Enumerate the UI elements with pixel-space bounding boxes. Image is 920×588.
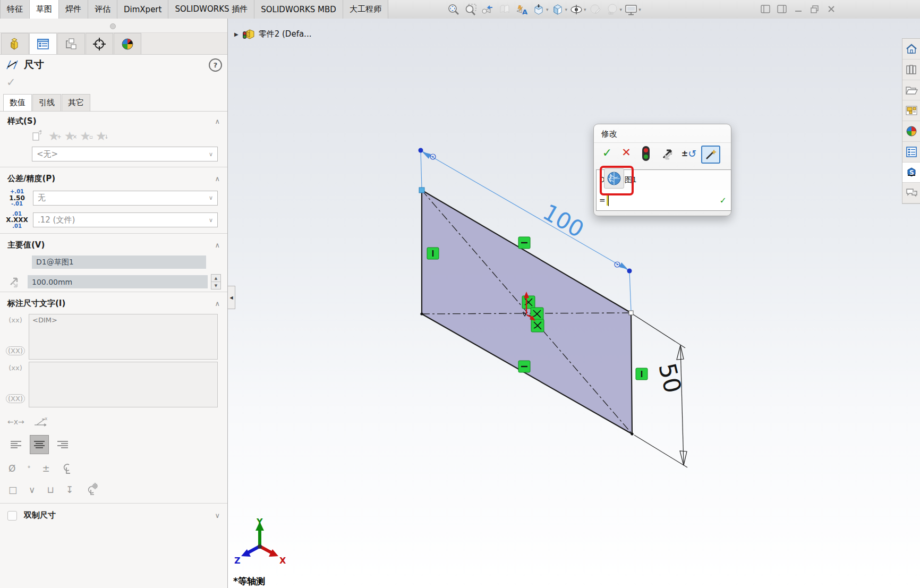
spin-increment-icon[interactable]: ± ↺ <box>681 146 697 161</box>
tab-value[interactable]: 数值 <box>3 94 32 111</box>
tab-dimxpert[interactable]: DimXpert <box>117 0 168 19</box>
tab-dimxpert-manager[interactable] <box>86 33 113 54</box>
default-style-icon[interactable] <box>31 130 44 142</box>
dimension-text-section-header[interactable]: 标注尺寸文字(I) ∧ <box>0 294 227 312</box>
parallel-constraint-badge[interactable] <box>518 237 530 249</box>
more-symbols-button[interactable] <box>85 483 98 497</box>
expand-chevron-icon[interactable]: ∨ <box>215 512 220 519</box>
close-button[interactable] <box>825 3 837 15</box>
display-style-caret[interactable]: ▾ <box>565 7 568 12</box>
restore-button[interactable] <box>809 3 821 15</box>
vertex-handle-selected[interactable] <box>419 188 424 193</box>
diameter-symbol-button[interactable]: Ø <box>8 463 15 474</box>
align-left-button[interactable] <box>6 435 25 454</box>
zoom-to-fit-icon[interactable] <box>447 3 461 16</box>
load-style-icon[interactable]: ★↓ <box>96 130 107 142</box>
apply-scene-caret[interactable]: ▾ <box>620 7 623 12</box>
view-settings-caret[interactable]: ▾ <box>638 7 641 12</box>
panel-splitter[interactable] <box>0 19 227 33</box>
solidworks-resources-icon[interactable]: S <box>902 163 920 183</box>
align-center-button[interactable] <box>30 435 49 454</box>
modify-dialog-title[interactable]: 修改 <box>594 124 731 142</box>
home-icon[interactable] <box>902 39 920 59</box>
style-dropdown[interactable]: <无> ∨ <box>32 147 218 161</box>
parallel-constraint-badge[interactable] <box>518 361 530 372</box>
vertex-point[interactable] <box>631 432 633 435</box>
vertical-constraint-badge[interactable] <box>427 248 439 259</box>
zoom-to-area-icon[interactable] <box>464 3 478 16</box>
degree-symbol-button[interactable]: ° <box>27 465 30 472</box>
dimension-endpoint[interactable] <box>627 269 632 274</box>
tab-sketch[interactable]: 草图 <box>30 0 59 19</box>
hide-show-caret[interactable]: ▾ <box>584 7 586 12</box>
tab-feature-manager[interactable] <box>1 33 29 54</box>
previous-view-icon[interactable] <box>481 3 495 16</box>
intersection-constraint-badge[interactable] <box>531 319 544 332</box>
counterbore-symbol-button[interactable]: ⊔ <box>47 484 54 495</box>
display-style-icon[interactable] <box>551 3 565 16</box>
ok-check-icon[interactable]: ✓ <box>0 75 227 92</box>
tab-features[interactable]: 特征 <box>0 0 30 19</box>
depth-symbol-button[interactable]: ↧ <box>66 484 73 495</box>
align-right-button[interactable] <box>53 435 72 454</box>
centerline-symbol-button[interactable] <box>62 462 71 475</box>
tab-other[interactable]: 其它 <box>62 94 90 111</box>
vertex-point[interactable] <box>420 312 423 315</box>
file-explorer-icon[interactable] <box>902 80 920 101</box>
primary-value-section-header[interactable]: 主要值(V) ∧ <box>0 235 227 253</box>
cancel-icon[interactable]: ✕ <box>619 146 633 159</box>
text-angle-icon[interactable]: x <box>34 416 49 428</box>
plus-minus-symbol-button[interactable]: ± <box>42 463 49 474</box>
edit-appearance-icon[interactable] <box>589 3 602 16</box>
section-view-icon[interactable] <box>498 3 512 16</box>
dimension-name-input[interactable]: D1@草图1 <box>596 169 731 191</box>
dual-dimension-checkbox[interactable] <box>7 511 17 521</box>
tolerance-section-header[interactable]: 公差/精度(P) ∧ <box>0 169 227 187</box>
panel-collapse-handle[interactable]: ◀ <box>228 286 235 309</box>
annotation-view-icon[interactable]: A <box>515 3 529 16</box>
offset-text-icon[interactable]: ←x→ <box>7 417 24 426</box>
tab-configuration-manager[interactable] <box>57 33 85 54</box>
collapse-left-pane-button[interactable] <box>760 3 771 15</box>
collapse-chevron-icon[interactable]: ∧ <box>215 117 220 125</box>
dimension-endpoint[interactable] <box>419 148 423 153</box>
collapse-chevron-icon[interactable]: ∧ <box>215 241 220 249</box>
tab-display-manager[interactable] <box>114 33 141 54</box>
minimize-button[interactable] <box>793 3 804 15</box>
custom-properties-icon[interactable] <box>902 142 920 163</box>
dimension-name-field[interactable]: D1@草图1 <box>32 255 206 269</box>
graphics-viewport[interactable]: ▶ 零件2 (Defa... <box>228 19 920 588</box>
hide-show-items-icon[interactable] <box>569 3 583 16</box>
apply-scene-icon[interactable] <box>606 3 619 16</box>
sketch-canvas[interactable]: 100 50 <box>228 19 920 588</box>
tab-leaders[interactable]: 引线 <box>32 94 61 111</box>
add-style-icon[interactable]: ★+ <box>48 130 59 142</box>
help-icon[interactable]: ? <box>209 58 222 72</box>
dimension-value-field[interactable]: 100.00mm <box>28 275 208 288</box>
vertex-handle[interactable] <box>629 311 633 315</box>
tab-sw-mbd[interactable]: SOLIDWORKS MBD <box>254 0 343 19</box>
dimension-50-text[interactable]: 50 <box>653 361 686 396</box>
save-style-icon[interactable]: ★▫ <box>80 130 91 142</box>
spinner-down-icon[interactable]: ▼ <box>211 282 220 289</box>
collapse-chevron-icon[interactable]: ∧ <box>215 175 220 183</box>
appearances-icon[interactable] <box>902 121 920 142</box>
tab-da-gongchengshi[interactable]: 大工程师 <box>343 0 388 19</box>
view-orientation-icon[interactable] <box>532 3 546 16</box>
collapse-chevron-icon[interactable]: ∧ <box>215 300 220 308</box>
square-symbol-button[interactable]: □ <box>8 484 17 495</box>
vertical-constraint-badge[interactable] <box>636 368 648 380</box>
style-section-header[interactable]: 样式(S) ∧ <box>0 112 227 130</box>
tab-weldments[interactable]: 焊件 <box>59 0 88 19</box>
view-orientation-caret[interactable]: ▾ <box>546 7 549 12</box>
countersink-symbol-button[interactable]: ∨ <box>29 484 35 495</box>
modify-dialog[interactable]: 修改 ✓ ✕ ± ↺ D1@草图1 <box>593 124 731 216</box>
rebuild-traffic-light-icon[interactable] <box>641 146 651 161</box>
tolerance-dropdown[interactable]: 无 ∨ <box>33 191 218 206</box>
value-spinner[interactable]: ▲ ▼ <box>211 274 221 289</box>
dimension-text-area[interactable]: <DIM> <box>29 314 218 360</box>
delete-style-icon[interactable]: ★× <box>64 130 75 142</box>
global-variable-wand-icon[interactable] <box>701 146 720 164</box>
collapse-right-pane-button[interactable] <box>776 3 788 15</box>
view-settings-icon[interactable] <box>624 3 638 16</box>
